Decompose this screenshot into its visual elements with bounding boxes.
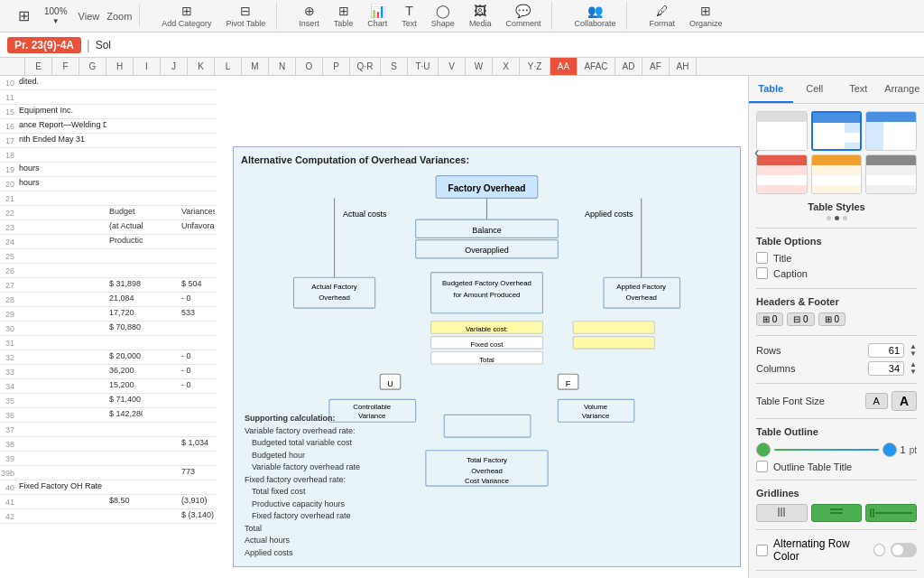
cell-1[interactable]: $ 142,280 [106, 408, 143, 422]
cell-1[interactable] [106, 191, 143, 205]
cell-1[interactable] [106, 148, 143, 162]
cell-1[interactable]: Production) [106, 235, 143, 248]
footer-rows-btn[interactable]: ⊞ 0 [818, 312, 845, 326]
cell-2[interactable] [143, 119, 179, 133]
col-header-J[interactable]: J [161, 58, 188, 75]
gridlines-btn-2[interactable] [811, 504, 863, 522]
format-btn[interactable]: 🖊 Format [645, 2, 679, 30]
dot-3[interactable] [843, 216, 847, 220]
col-header-AH[interactable]: AH [670, 58, 697, 75]
cell-4[interactable] [215, 437, 217, 451]
cell-2[interactable] [143, 191, 179, 205]
col-header-X[interactable]: X [493, 58, 520, 75]
style-blue-header[interactable] [811, 111, 863, 151]
cell-1[interactable] [106, 466, 143, 480]
insert-btn[interactable]: ⊕ Insert [295, 2, 323, 30]
cell-0[interactable] [16, 220, 106, 234]
cell-2[interactable] [143, 322, 179, 335]
gridlines-btn-3[interactable] [865, 504, 917, 522]
cell-1[interactable] [106, 509, 143, 523]
cell-3[interactable]: - 0 [179, 293, 215, 306]
col-header-V[interactable]: V [439, 58, 466, 75]
col-header-T·U[interactable]: T·U [408, 58, 439, 75]
organize-btn[interactable]: ⊞ Organize [686, 2, 726, 30]
style-gray-stripe[interactable] [865, 154, 917, 194]
cell-3[interactable] [179, 408, 215, 422]
cell-1[interactable]: $ 31,898 [106, 278, 143, 292]
title-checkbox[interactable] [756, 252, 768, 264]
cell-2[interactable] [143, 220, 179, 234]
cell-2[interactable] [143, 307, 179, 321]
style-blue-sidebar[interactable] [865, 111, 917, 151]
cell-4[interactable] [215, 264, 217, 277]
cell-4[interactable] [215, 206, 217, 219]
cell-0[interactable] [16, 90, 106, 104]
prev-styles-arrow[interactable]: ‹ [754, 144, 759, 161]
cell-0[interactable] [16, 437, 106, 451]
cell-1[interactable]: $ 20,000 [106, 350, 143, 364]
cell-3[interactable] [179, 134, 215, 147]
cell-3[interactable]: Variances [179, 206, 215, 219]
cell-reference[interactable]: Pr. 23(9)-4A [7, 37, 81, 53]
cell-2[interactable] [143, 437, 179, 451]
col-header-P[interactable]: P [323, 58, 350, 75]
col-header-AFAC[interactable]: AFAC [578, 58, 615, 75]
cell-1[interactable] [106, 76, 143, 89]
cell-2[interactable] [143, 90, 179, 104]
cell-1[interactable]: 36,200 [106, 365, 143, 378]
col-header-H[interactable]: H [106, 58, 134, 75]
cell-4[interactable] [215, 148, 217, 162]
cell-4[interactable] [215, 495, 217, 508]
outline-title-checkbox[interactable] [756, 461, 768, 472]
cell-2[interactable] [143, 293, 179, 306]
cell-0[interactable] [16, 452, 106, 465]
style-orange-stripe[interactable] [811, 154, 863, 194]
cell-1[interactable]: 15,200 [106, 379, 143, 393]
cell-4[interactable] [215, 278, 217, 292]
app-icon-btn[interactable]: ⊞ [14, 5, 33, 26]
cell-3[interactable] [179, 119, 215, 133]
cell-0[interactable] [16, 365, 106, 378]
cell-4[interactable] [215, 307, 217, 321]
cell-3[interactable] [179, 148, 215, 162]
cell-3[interactable]: - 0 [179, 350, 215, 364]
cell-3[interactable] [179, 322, 215, 335]
cell-4[interactable] [215, 423, 217, 436]
cell-1[interactable] [106, 163, 143, 176]
shape-btn[interactable]: ◯ Shape [428, 2, 458, 30]
panel-tab-table[interactable]: Table [749, 76, 793, 103]
cell-2[interactable] [143, 148, 179, 162]
cell-1[interactable] [106, 452, 143, 465]
cell-1[interactable]: 21,084 [106, 293, 143, 306]
cell-3[interactable]: - 0 [179, 379, 215, 393]
cell-3[interactable]: (3,910) [179, 495, 215, 508]
cell-0[interactable]: Equipment Inc. [16, 105, 106, 118]
cell-3[interactable] [179, 336, 215, 350]
cell-0[interactable]: nth Ended May 31 [16, 134, 106, 147]
col-header-AD[interactable]: AD [615, 58, 642, 75]
cell-0[interactable] [16, 206, 106, 219]
cell-0[interactable]: hours [16, 163, 106, 176]
cell-4[interactable] [215, 394, 217, 407]
cell-3[interactable] [179, 480, 215, 494]
rows-input[interactable] [868, 343, 904, 358]
cell-3[interactable]: $ 504 [179, 278, 215, 292]
media-btn[interactable]: 🖼 Media [466, 2, 495, 30]
add-category-btn[interactable]: ⊞ Add Category [158, 2, 215, 30]
cell-1[interactable] [106, 105, 143, 118]
cell-4[interactable] [215, 177, 217, 191]
zoom-display[interactable]: 100% ▼ [41, 5, 71, 27]
cell-3[interactable]: Unfavorable [179, 220, 215, 234]
cell-0[interactable]: hours [16, 177, 106, 191]
chart-btn[interactable]: 📊 Chart [364, 2, 391, 30]
cell-0[interactable] [16, 249, 106, 263]
cell-4[interactable] [215, 90, 217, 104]
col-header-O[interactable]: O [296, 58, 323, 75]
cell-4[interactable] [215, 76, 217, 89]
dot-2[interactable] [835, 216, 839, 220]
cell-1[interactable]: $8.50 [106, 495, 143, 508]
cell-1[interactable] [106, 423, 143, 436]
chart-box[interactable]: Alternative Computation of Overhead Vari… [233, 146, 741, 567]
cell-1[interactable]: Budget [106, 206, 143, 219]
cell-2[interactable] [143, 365, 179, 378]
